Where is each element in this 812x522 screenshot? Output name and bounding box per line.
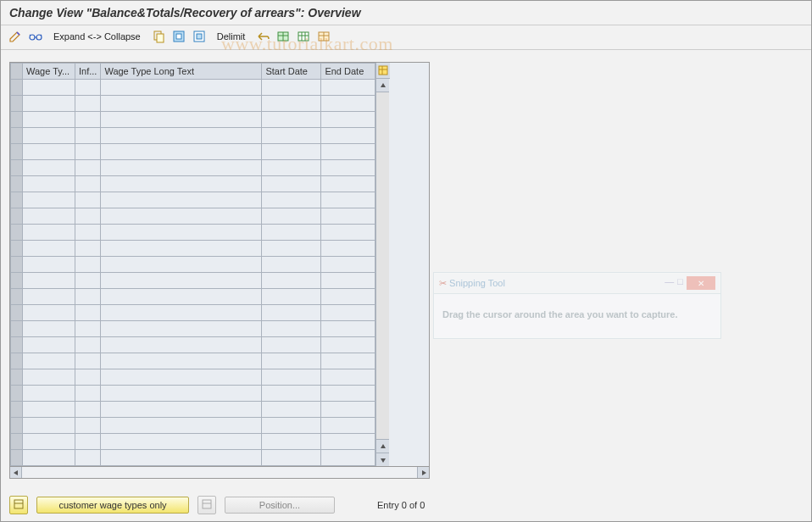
row-selector[interactable] xyxy=(11,369,23,386)
col-wage-text[interactable]: Wage Type Long Text xyxy=(101,64,262,80)
cell-infotype[interactable] xyxy=(75,337,101,353)
cell-end-date[interactable] xyxy=(321,96,375,112)
table-row[interactable] xyxy=(11,289,375,305)
cell-infotype[interactable] xyxy=(75,289,101,305)
cell-start-date[interactable] xyxy=(262,289,321,305)
cell-wage-text[interactable] xyxy=(101,241,262,257)
row-selector[interactable] xyxy=(11,434,23,450)
row-selector[interactable] xyxy=(11,273,23,289)
row-selector[interactable] xyxy=(11,128,23,144)
cell-end-date[interactable] xyxy=(321,353,375,369)
cell-wage-text[interactable] xyxy=(101,418,262,434)
cell-end-date[interactable] xyxy=(321,369,375,386)
cell-wage-type[interactable] xyxy=(23,225,75,241)
cell-start-date[interactable] xyxy=(262,80,321,96)
table-row[interactable] xyxy=(11,112,375,128)
cell-wage-text[interactable] xyxy=(101,128,262,144)
cell-infotype[interactable] xyxy=(75,418,101,434)
row-selector[interactable] xyxy=(11,144,23,160)
cell-wage-type[interactable] xyxy=(23,96,75,112)
row-selector[interactable] xyxy=(11,96,23,112)
cell-wage-text[interactable] xyxy=(101,208,262,225)
vertical-scrollbar[interactable] xyxy=(375,63,389,466)
row-selector[interactable] xyxy=(11,80,23,96)
cell-end-date[interactable] xyxy=(321,225,375,241)
cell-wage-type[interactable] xyxy=(23,160,75,176)
cell-infotype[interactable] xyxy=(75,434,101,450)
col-end-date[interactable]: End Date xyxy=(321,64,375,80)
cell-end-date[interactable] xyxy=(321,144,375,160)
cell-start-date[interactable] xyxy=(262,241,321,257)
table-row[interactable] xyxy=(11,96,375,112)
table-row[interactable] xyxy=(11,176,375,192)
cell-infotype[interactable] xyxy=(75,241,101,257)
cell-wage-type[interactable] xyxy=(23,402,75,418)
col-infotype[interactable]: Inf... xyxy=(75,64,101,80)
cell-wage-type[interactable] xyxy=(23,208,75,225)
table-row[interactable] xyxy=(11,402,375,418)
col-start-date[interactable]: Start Date xyxy=(262,64,321,80)
cell-start-date[interactable] xyxy=(262,112,321,128)
table-row[interactable] xyxy=(11,418,375,434)
cell-infotype[interactable] xyxy=(75,80,101,96)
horizontal-scrollbar[interactable] xyxy=(9,467,430,479)
table-row[interactable] xyxy=(11,321,375,337)
cell-end-date[interactable] xyxy=(321,176,375,192)
cell-infotype[interactable] xyxy=(75,321,101,337)
cell-end-date[interactable] xyxy=(321,289,375,305)
table-row[interactable] xyxy=(11,337,375,353)
scroll-right-icon[interactable] xyxy=(417,467,429,478)
cell-infotype[interactable] xyxy=(75,176,101,192)
cell-wage-text[interactable] xyxy=(101,160,262,176)
row-selector[interactable] xyxy=(11,305,23,321)
table-row[interactable] xyxy=(11,192,375,208)
cell-end-date[interactable] xyxy=(321,418,375,434)
cell-end-date[interactable] xyxy=(321,386,375,402)
scroll-up-small-icon[interactable] xyxy=(376,439,389,453)
row-selector[interactable] xyxy=(11,257,23,273)
cell-infotype[interactable] xyxy=(75,386,101,402)
cell-end-date[interactable] xyxy=(321,112,375,128)
table-row[interactable] xyxy=(11,434,375,450)
row-selector[interactable] xyxy=(11,402,23,418)
table-row[interactable] xyxy=(11,160,375,176)
cell-wage-text[interactable] xyxy=(101,257,262,273)
cell-end-date[interactable] xyxy=(321,192,375,208)
cell-wage-type[interactable] xyxy=(23,450,75,466)
row-selector-header[interactable] xyxy=(11,64,23,80)
cell-start-date[interactable] xyxy=(262,434,321,450)
row-selector[interactable] xyxy=(11,208,23,225)
cell-start-date[interactable] xyxy=(262,144,321,160)
table-row[interactable] xyxy=(11,225,375,241)
cell-start-date[interactable] xyxy=(262,96,321,112)
cell-wage-type[interactable] xyxy=(23,112,75,128)
deselect-all-icon[interactable] xyxy=(192,29,207,44)
cell-end-date[interactable] xyxy=(321,402,375,418)
table-row[interactable] xyxy=(11,80,375,96)
cell-start-date[interactable] xyxy=(262,225,321,241)
cell-start-date[interactable] xyxy=(262,257,321,273)
cell-wage-type[interactable] xyxy=(23,257,75,273)
cell-start-date[interactable] xyxy=(262,160,321,176)
cell-wage-type[interactable] xyxy=(23,369,75,386)
cell-wage-text[interactable] xyxy=(101,434,262,450)
cell-end-date[interactable] xyxy=(321,434,375,450)
cell-wage-type[interactable] xyxy=(23,241,75,257)
customer-wage-types-button[interactable]: customer wage types only xyxy=(36,497,189,514)
cell-wage-text[interactable] xyxy=(101,80,262,96)
cell-wage-type[interactable] xyxy=(23,176,75,192)
row-selector[interactable] xyxy=(11,450,23,466)
cell-wage-type[interactable] xyxy=(23,305,75,321)
scroll-up-icon[interactable] xyxy=(376,79,389,92)
cell-wage-type[interactable] xyxy=(23,144,75,160)
cell-end-date[interactable] xyxy=(321,337,375,353)
cell-infotype[interactable] xyxy=(75,369,101,386)
table-row[interactable] xyxy=(11,369,375,386)
cell-wage-type[interactable] xyxy=(23,353,75,369)
cell-wage-text[interactable] xyxy=(101,402,262,418)
cell-infotype[interactable] xyxy=(75,402,101,418)
cell-end-date[interactable] xyxy=(321,450,375,466)
cell-start-date[interactable] xyxy=(262,369,321,386)
table-row[interactable] xyxy=(11,353,375,369)
cell-end-date[interactable] xyxy=(321,305,375,321)
